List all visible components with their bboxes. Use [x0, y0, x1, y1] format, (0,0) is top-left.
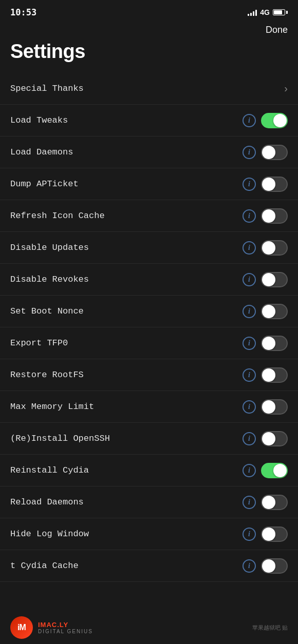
- signal-icon: [248, 9, 257, 16]
- item-label-max-memory-limit: Max Memory Limit: [10, 402, 243, 412]
- list-item-restore-rootfs: Restore RootFS i: [0, 359, 298, 391]
- chevron-icon: ›: [284, 83, 288, 94]
- settings-list: Special Thanks › Load Tweaks i Load Daem…: [0, 73, 298, 592]
- item-label-load-daemons: Load Daemons: [10, 147, 243, 157]
- list-item-reinstall-openssh: (Re)Install OpenSSH i: [0, 423, 298, 455]
- info-button-clear-cydia-cache[interactable]: i: [243, 559, 256, 573]
- info-button-dump-apticket[interactable]: i: [243, 178, 256, 191]
- list-item-refresh-icon-cache: Refresh Icon Cache i: [0, 200, 298, 232]
- item-right-load-tweaks: i: [243, 113, 288, 128]
- list-item-reinstall-cydia: Reinstall Cydia i: [0, 455, 298, 486]
- info-button-export-tfp0[interactable]: i: [243, 337, 256, 350]
- list-item-reload-daemons: Reload Daemons i: [0, 486, 298, 518]
- list-item-clear-cydia-cache: t Cydia Cache i: [0, 550, 298, 582]
- toggle-disable-revokes[interactable]: [261, 272, 288, 287]
- info-button-refresh-icon-cache[interactable]: i: [243, 209, 256, 223]
- watermark-brand: IMAC.LY: [38, 621, 93, 629]
- list-item-export-tfp0: Export TFP0 i: [0, 327, 298, 359]
- item-label-load-tweaks: Load Tweaks: [10, 115, 243, 125]
- item-label-set-boot-nonce: Set Boot Nonce: [10, 306, 243, 316]
- toggle-restore-rootfs[interactable]: [261, 367, 288, 383]
- battery-icon: [273, 9, 288, 15]
- info-button-load-tweaks[interactable]: i: [243, 114, 256, 127]
- list-item-dump-apticket: Dump APTicket i: [0, 168, 298, 200]
- done-button[interactable]: Done: [266, 25, 288, 35]
- item-label-special-thanks: Special Thanks: [10, 84, 284, 93]
- item-label-hide-log-window: Hide Log Window: [10, 529, 243, 539]
- toggle-export-tfp0[interactable]: [261, 336, 288, 351]
- toggle-max-memory-limit[interactable]: [261, 399, 288, 415]
- watermark-text: IMAC.LY DIGITAL GENIUS: [38, 621, 93, 634]
- status-icons: 4G: [248, 8, 288, 16]
- info-button-reload-daemons[interactable]: i: [243, 496, 256, 509]
- info-button-load-daemons[interactable]: i: [243, 146, 256, 159]
- toggle-hide-log-window[interactable]: [261, 526, 288, 542]
- toggle-set-boot-nonce[interactable]: [261, 304, 288, 319]
- item-label-refresh-icon-cache: Refresh Icon Cache: [10, 211, 243, 221]
- page-title: Settings: [0, 35, 298, 73]
- toggle-reinstall-cydia[interactable]: [261, 463, 288, 478]
- navigation-header: Done: [0, 23, 298, 35]
- toggle-load-daemons[interactable]: [261, 145, 288, 160]
- watermark-right: 苹果越狱吧 贴: [252, 624, 288, 632]
- status-time: 10:53: [10, 7, 36, 17]
- item-label-restore-rootfs: Restore RootFS: [10, 370, 243, 380]
- list-item-disable-updates: Disable Updates i: [0, 232, 298, 264]
- list-item-special-thanks[interactable]: Special Thanks ›: [0, 73, 298, 105]
- toggle-reload-daemons[interactable]: [261, 495, 288, 510]
- item-label-export-tfp0: Export TFP0: [10, 338, 243, 348]
- toggle-dump-apticket[interactable]: [261, 177, 288, 192]
- toggle-reinstall-openssh[interactable]: [261, 431, 288, 446]
- item-label-reinstall-openssh: (Re)Install OpenSSH: [10, 434, 243, 443]
- toggle-clear-cydia-cache[interactable]: [261, 558, 288, 574]
- toggle-refresh-icon-cache[interactable]: [261, 208, 288, 224]
- list-item-max-memory-limit: Max Memory Limit i: [0, 391, 298, 423]
- toggle-disable-updates[interactable]: [261, 240, 288, 256]
- info-button-reinstall-openssh[interactable]: i: [243, 432, 256, 445]
- item-label-disable-revokes: Disable Revokes: [10, 275, 243, 284]
- list-item-load-daemons: Load Daemons i: [0, 136, 298, 168]
- list-item-hide-log-window: Hide Log Window i: [0, 518, 298, 550]
- info-button-set-boot-nonce[interactable]: i: [243, 305, 256, 318]
- network-label: 4G: [260, 8, 270, 16]
- item-label-dump-apticket: Dump APTicket: [10, 179, 243, 189]
- item-label-disable-updates: Disable Updates: [10, 243, 243, 252]
- info-button-disable-revokes[interactable]: i: [243, 273, 256, 286]
- item-label-reinstall-cydia: Reinstall Cydia: [10, 465, 243, 475]
- info-button-disable-updates[interactable]: i: [243, 241, 256, 255]
- info-button-reinstall-cydia[interactable]: i: [243, 464, 256, 477]
- list-item-disable-revokes: Disable Revokes i: [0, 264, 298, 296]
- toggle-load-tweaks[interactable]: [261, 113, 288, 128]
- watermark-sub: DIGITAL GENIUS: [38, 629, 93, 634]
- item-label-clear-cydia-cache: t Cydia Cache: [10, 561, 243, 571]
- item-label-reload-daemons: Reload Daemons: [10, 497, 243, 507]
- watermark: iM IMAC.LY DIGITAL GENIUS 苹果越狱吧 贴: [0, 611, 298, 644]
- info-button-max-memory-limit[interactable]: i: [243, 400, 256, 414]
- list-item-load-tweaks: Load Tweaks i: [0, 105, 298, 136]
- watermark-logo: iM: [10, 616, 33, 639]
- info-button-hide-log-window[interactable]: i: [243, 528, 256, 541]
- list-item-set-boot-nonce: Set Boot Nonce i: [0, 296, 298, 327]
- info-button-restore-rootfs[interactable]: i: [243, 368, 256, 382]
- status-bar: 10:53 4G: [0, 0, 298, 23]
